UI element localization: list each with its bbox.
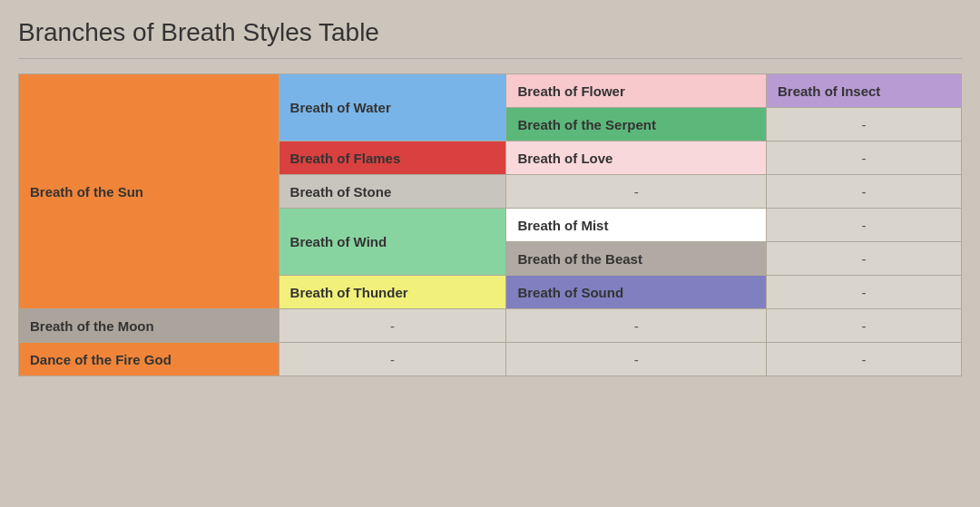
sound-cell: Breath of Sound xyxy=(506,276,767,309)
table-row: Breath of the Sun Breath of Water Breath… xyxy=(19,74,962,108)
dash-label: - xyxy=(767,175,961,208)
dash-label: - xyxy=(767,276,961,308)
dash-cell: - xyxy=(506,309,767,343)
dash-cell: - xyxy=(767,108,962,141)
dash-cell: - xyxy=(767,309,962,343)
dash-label: - xyxy=(767,209,961,241)
dash-label: - xyxy=(506,309,766,342)
water-label: Breath of Water xyxy=(279,92,506,124)
dash-cell: - xyxy=(767,343,962,376)
dash-cell: - xyxy=(767,242,962,276)
wind-cell: Breath of Wind xyxy=(279,209,506,276)
dash-label: - xyxy=(506,343,766,375)
sound-label: Breath of Sound xyxy=(506,276,766,308)
insect-label: Breath of Insect xyxy=(767,74,961,107)
mist-label: Breath of Mist xyxy=(506,209,766,241)
dash-label: - xyxy=(767,242,961,275)
fire-label: Dance of the Fire God xyxy=(19,343,279,375)
sun-label: Breath of the Sun xyxy=(19,175,279,208)
dash-label: - xyxy=(767,141,961,174)
dash-label: - xyxy=(506,175,766,208)
dash-cell: - xyxy=(767,141,962,175)
flower-label: Breath of Flower xyxy=(506,74,766,107)
flames-cell: Breath of Flames xyxy=(279,141,506,175)
dash-label: - xyxy=(767,343,961,375)
flames-label: Breath of Flames xyxy=(279,141,506,174)
thunder-cell: Breath of Thunder xyxy=(279,276,506,309)
dash-cell: - xyxy=(767,276,962,309)
love-label: Breath of Love xyxy=(506,141,766,174)
dash-label: - xyxy=(279,309,506,342)
dash-cell: - xyxy=(767,209,962,242)
table-row: Breath of the Moon - - - xyxy=(19,309,962,343)
dash-label: - xyxy=(767,108,961,141)
flower-cell: Breath of Flower xyxy=(506,74,767,108)
insect-cell: Breath of Insect xyxy=(767,74,962,108)
dash-cell: - xyxy=(767,175,962,209)
dash-cell: - xyxy=(279,309,506,343)
dash-cell: - xyxy=(506,175,767,209)
stone-label: Breath of Stone xyxy=(279,175,506,208)
serpent-label: Breath of the Serpent xyxy=(506,108,766,141)
breath-styles-table: Breath of the Sun Breath of Water Breath… xyxy=(18,73,962,376)
love-cell: Breath of Love xyxy=(506,141,767,175)
beast-cell: Breath of the Beast xyxy=(506,242,767,276)
stone-cell: Breath of Stone xyxy=(279,175,506,209)
water-cell: Breath of Water xyxy=(279,74,506,141)
mist-cell: Breath of Mist xyxy=(506,209,767,242)
moon-label: Breath of the Moon xyxy=(19,309,279,342)
sun-cell: Breath of the Sun xyxy=(19,74,279,309)
dash-cell: - xyxy=(279,343,506,376)
dash-label: - xyxy=(767,309,961,342)
moon-cell: Breath of the Moon xyxy=(19,309,279,343)
thunder-label: Breath of Thunder xyxy=(279,276,506,308)
page-title: Branches of Breath Styles Table xyxy=(18,18,962,47)
serpent-cell: Breath of the Serpent xyxy=(506,108,767,141)
table-row: Dance of the Fire God - - - xyxy=(19,343,962,376)
dash-label: - xyxy=(279,343,506,375)
fire-cell: Dance of the Fire God xyxy=(19,343,279,376)
wind-label: Breath of Wind xyxy=(279,226,506,258)
beast-label: Breath of the Beast xyxy=(506,242,766,275)
dash-cell: - xyxy=(506,343,767,376)
